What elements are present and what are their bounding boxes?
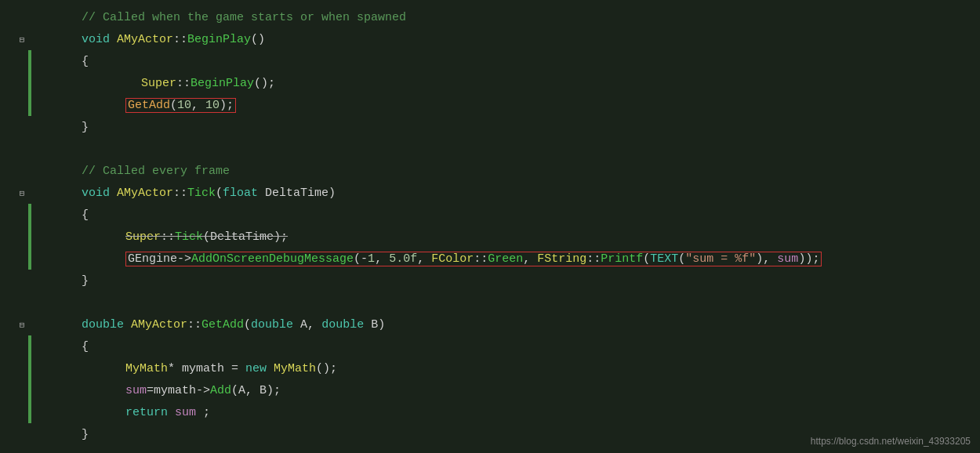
bar-15 [28, 313, 31, 335]
bar-13 [28, 270, 31, 292]
bar-19 [28, 401, 31, 423]
fold-2[interactable]: ⊟ [16, 34, 28, 45]
fold-15[interactable]: ⊟ [16, 320, 28, 330]
brace-close-2: } [82, 274, 89, 288]
watermark: https://blog.csdn.net/weixin_43933205 [811, 436, 971, 447]
bar-18 [28, 379, 31, 401]
bar-6 [28, 116, 31, 138]
brace-close-1: } [82, 121, 89, 134]
bar-17 [28, 357, 31, 379]
line-6: } [0, 116, 980, 138]
fold-9[interactable]: ⊟ [16, 188, 28, 198]
bar-5 [28, 94, 31, 116]
bar-9 [28, 182, 31, 204]
bar-11 [28, 226, 31, 248]
bar-3 [28, 50, 31, 72]
code-20: } [33, 415, 980, 454]
bar-4 [28, 72, 31, 94]
bar-16 [28, 335, 31, 357]
bar-8 [28, 160, 31, 182]
code-editor: // Called when the game starts or when s… [0, 0, 980, 453]
bar-7 [28, 138, 31, 160]
bar-12 [28, 248, 31, 270]
line-13: } [0, 270, 980, 292]
bar-14 [28, 292, 31, 313]
bar-10 [28, 204, 31, 226]
brace-close-3: } [82, 428, 89, 441]
bar-1 [28, 6, 31, 28]
bar-2 [28, 28, 31, 50]
bar-20 [28, 423, 31, 445]
